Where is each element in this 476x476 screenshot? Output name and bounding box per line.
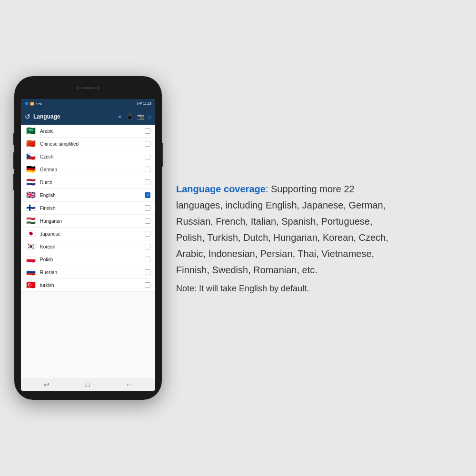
checkbox-arabic[interactable] [145, 128, 150, 134]
flag-arabic: 🇸🇦 [26, 128, 36, 134]
flag-russian: 🇷🇺 [26, 269, 36, 276]
right-panel: Language coverage: Supporting more 22 la… [162, 171, 457, 305]
note-text: Note: It will take English by default. [176, 282, 443, 296]
camera-icon[interactable]: 📷 [137, 113, 144, 120]
lang-name-german: German [40, 167, 141, 172]
front-camera [76, 87, 79, 89]
flag-korean: 🇰🇷 [26, 243, 36, 250]
checkbox-turkish[interactable] [145, 282, 150, 288]
bt-icon: 🔵 [25, 102, 29, 106]
battery-percent: 77% [35, 102, 42, 106]
home-nav-icon[interactable]: □ [86, 381, 89, 388]
description-line4: Polish, Turkish, Dutch, Hungarian, Korea… [176, 232, 388, 243]
phone-top [21, 85, 155, 98]
flag-hungarian: 🇭🇺 [26, 218, 36, 224]
description-line1-colon: : Supporting more 22 [266, 184, 355, 194]
checkbox-chinese[interactable] [145, 141, 150, 147]
lang-name-polish: Polish [40, 257, 141, 262]
sim-icon[interactable]: 📱 [126, 113, 133, 120]
phone-notch [69, 85, 107, 91]
list-item[interactable]: 🇫🇮 Finnish [21, 202, 155, 215]
home-icon[interactable]: ⌂ [148, 113, 151, 120]
description-line6: Finnish, Swedish, Romanian, etc. [176, 265, 317, 275]
checkbox-english[interactable] [145, 192, 150, 198]
list-item[interactable]: 🇩🇪 German [21, 163, 155, 176]
list-item[interactable]: 🇹🇷 turkish [21, 279, 155, 292]
flag-turkish: 🇹🇷 [26, 282, 36, 288]
description-paragraph: Language coverage: Supporting more 22 la… [176, 181, 443, 278]
checkbox-czech[interactable] [145, 154, 150, 159]
nav-bar: ↩ □ ← [21, 378, 155, 391]
list-item[interactable]: 🇬🇧 English [21, 189, 155, 202]
list-item[interactable]: 🇷🇺 Russian [21, 266, 155, 279]
phone-mockup: 🔵 📶 77% 上午 11:19 ↺ Language ⚭ 📱 📷 [14, 76, 162, 400]
flag-polish: 🇵🇱 [26, 256, 36, 263]
flag-dutch: 🇳🇱 [26, 179, 36, 186]
list-item[interactable]: 🇨🇳 Chinese simplified [21, 138, 155, 150]
signal-icon: 📶 [30, 102, 34, 106]
time: 上午 11:19 [136, 101, 151, 106]
language-list[interactable]: 🇸🇦 Arabic 🇨🇳 Chinese simplified 🇨🇿 Czech… [21, 125, 155, 378]
description-line2: languages, including English, Japanese, … [176, 200, 386, 210]
checkbox-japanese[interactable] [145, 231, 150, 237]
back-icon[interactable]: ↺ [25, 113, 30, 120]
checkbox-hungarian[interactable] [145, 218, 150, 224]
checkbox-korean[interactable] [145, 244, 150, 249]
description-line3: Russian, French, Italian, Spanish, Portu… [176, 216, 372, 227]
lang-name-dutch: Dutch [40, 180, 141, 185]
checkbox-german[interactable] [145, 167, 150, 172]
checkbox-finnish[interactable] [145, 205, 150, 211]
app-title: Language [33, 113, 60, 120]
app-bar: ↺ Language ⚭ 📱 📷 ⌂ [21, 109, 155, 125]
lang-name-korean: Korean [40, 244, 141, 249]
flag-chinese: 🇨🇳 [26, 140, 36, 147]
flag-english: 🇬🇧 [26, 192, 36, 198]
bixby-button [13, 174, 14, 190]
flag-german: 🇩🇪 [26, 166, 36, 173]
bluetooth-icon[interactable]: ⚭ [118, 113, 122, 120]
lang-name-arabic: Arabic [40, 129, 141, 134]
lang-name-russian: Russian [40, 270, 141, 275]
lang-name-turkish: turkish [40, 283, 141, 288]
lang-name-finnish: Finnish [40, 206, 141, 211]
phone-screen: 🔵 📶 77% 上午 11:19 ↺ Language ⚭ 📱 📷 [21, 99, 155, 391]
list-item[interactable]: 🇯🇵 Japanese [21, 228, 155, 240]
status-bar: 🔵 📶 77% 上午 11:19 [21, 99, 155, 109]
status-left: 🔵 📶 77% [25, 102, 42, 106]
status-right: 上午 11:19 [136, 101, 151, 106]
checkbox-dutch[interactable] [145, 179, 150, 185]
sensor [97, 87, 100, 89]
volume-up-button [13, 133, 14, 145]
earpiece [81, 87, 95, 89]
list-item[interactable]: 🇸🇦 Arabic [21, 125, 155, 138]
lang-name-chinese: Chinese simplified [40, 141, 141, 147]
list-item[interactable]: 🇳🇱 Dutch [21, 176, 155, 189]
highlight-label: Language coverage [176, 184, 266, 194]
lang-name-japanese: Japanese [40, 231, 141, 237]
power-button [162, 143, 163, 167]
list-item[interactable]: 🇨🇿 Czech [21, 150, 155, 163]
list-item[interactable]: 🇭🇺 Hungarian [21, 215, 155, 228]
lang-name-hungarian: Hungarian [40, 218, 141, 224]
list-item[interactable]: 🇰🇷 Korean [21, 240, 155, 253]
page-container: 🔵 📶 77% 上午 11:19 ↺ Language ⚭ 📱 📷 [0, 0, 476, 476]
checkbox-russian[interactable] [145, 269, 150, 275]
volume-down-button [13, 152, 14, 169]
lang-name-czech: Czech [40, 154, 141, 159]
recent-apps-icon[interactable]: ↩ [44, 381, 50, 388]
flag-japanese: 🇯🇵 [26, 230, 36, 237]
flag-finnish: 🇫🇮 [26, 205, 36, 211]
list-item[interactable]: 🇵🇱 Polish [21, 253, 155, 266]
flag-czech: 🇨🇿 [26, 153, 36, 160]
back-nav-icon[interactable]: ← [126, 381, 132, 388]
description-line5: Arabic, Indonesian, Persian, Thai, Vietn… [176, 248, 374, 259]
lang-name-english: English [40, 193, 141, 198]
app-bar-left: ↺ Language [25, 113, 60, 120]
app-bar-right: ⚭ 📱 📷 ⌂ [118, 113, 151, 120]
checkbox-polish[interactable] [145, 257, 150, 262]
